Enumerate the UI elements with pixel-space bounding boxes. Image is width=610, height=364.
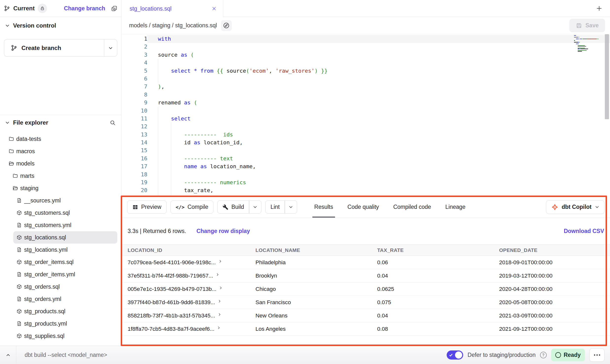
expand-row-chevron-icon[interactable] — [219, 286, 223, 290]
file-tree-item-stg_order_items.sql[interactable]: stg_order_items.sql — [13, 256, 117, 268]
file-label: stg_customers.sql — [24, 210, 70, 216]
tab-compiled-code[interactable]: Compiled code — [393, 196, 431, 218]
new-tab-plus-icon[interactable] — [596, 5, 603, 12]
code-line-5[interactable]: 5 select * from {{ source('ecom', 'raw_s… — [122, 67, 610, 75]
build-button[interactable]: Build — [217, 200, 261, 214]
code-text — [147, 91, 610, 99]
code-line-3[interactable]: 3source as ( — [122, 51, 610, 59]
download-csv-link[interactable]: Download CSV — [564, 228, 604, 234]
file-tree-item-stg_customers.sql[interactable]: stg_customers.sql — [13, 207, 117, 219]
dbt-copilot-label: dbt Copilot — [562, 204, 592, 210]
more-options-button[interactable] — [589, 348, 605, 362]
version-control-header[interactable]: Version control — [0, 17, 121, 34]
code-text: ), — [147, 83, 610, 91]
tab-results[interactable]: Results — [314, 196, 333, 218]
expand-row-chevron-icon[interactable] — [217, 326, 221, 330]
code-line-19[interactable]: 19 ---------- numerics — [122, 179, 610, 186]
breadcrumb: models / staging / stg_locations.sql — [129, 22, 217, 29]
code-line-18[interactable]: 18 — [122, 171, 610, 179]
file-tree-item-stg_order_items.yml[interactable]: stg_order_items.yml — [13, 268, 117, 281]
code-line-15[interactable]: 15 — [122, 147, 610, 154]
file-tree-item-stg_orders.yml[interactable]: stg_orders.yml — [13, 293, 117, 305]
help-icon[interactable]: ? — [540, 352, 547, 358]
code-line-16[interactable]: 16 ---------- text — [122, 155, 610, 163]
code-line-4[interactable]: 4 — [122, 59, 610, 67]
build-dropdown-chevron-icon[interactable] — [249, 201, 261, 213]
query-summary: 3.3s | Returned 6 rows. — [128, 228, 186, 234]
line-number: 11 — [122, 115, 147, 123]
collapse-chevron-up-icon[interactable] — [0, 346, 16, 364]
cell-location-id: 1f8ffa70-7cb5-4d83-8a7f-9aceef6... — [122, 326, 250, 332]
expand-row-chevron-icon[interactable] — [218, 299, 221, 303]
lineage-compass-icon[interactable] — [221, 20, 232, 31]
code-line-9[interactable]: 9renamed as ( — [122, 99, 610, 107]
lint-dropdown-chevron-icon[interactable] — [285, 201, 297, 213]
file-label: stg_products.yml — [24, 320, 67, 327]
ready-label: Ready — [564, 352, 581, 358]
tab-code-quality[interactable]: Code quality — [347, 196, 379, 218]
file-tree-item-stg_products.sql[interactable]: stg_products.sql — [13, 305, 117, 317]
folder-icon — [9, 136, 14, 142]
code-line-11[interactable]: 11 select — [122, 115, 610, 123]
minimap[interactable] — [574, 35, 603, 52]
file-label: stg_products.sql — [24, 308, 65, 315]
file-tree-item-stg_locations.sql[interactable]: stg_locations.sql — [13, 231, 117, 244]
close-icon[interactable] — [212, 6, 217, 11]
tab-lineage[interactable]: Lineage — [445, 196, 466, 218]
change-row-display-link[interactable]: Change row display — [196, 228, 250, 234]
dbt-copilot-button[interactable]: dbt Copilot — [546, 200, 605, 214]
file-tree-item-stg_customers.yml[interactable]: stg_customers.yml — [13, 219, 117, 231]
save-button[interactable]: Save — [569, 19, 605, 32]
code-line-20[interactable]: 20 tax_rate, — [122, 186, 610, 194]
file-tree-item-macros[interactable]: macros — [5, 145, 117, 157]
code-text: source as ( — [147, 51, 610, 59]
file-tree-item-models[interactable]: models — [5, 157, 117, 170]
copy-icon[interactable] — [111, 5, 117, 12]
code-line-17[interactable]: 17 name as location_name, — [122, 163, 610, 170]
file-tree-item-stg_products.yml[interactable]: stg_products.yml — [13, 317, 117, 330]
code-text: tax_rate, — [147, 186, 610, 194]
results-table-body: 7c079cea-5ed4-4101-906e-9198c...Philadel… — [122, 256, 610, 336]
line-number: 15 — [122, 147, 147, 154]
file-label: __sources.yml — [24, 197, 61, 204]
file-tree-item-data-tests[interactable]: data-tests — [5, 133, 117, 145]
cell-tax-rate: 0.0625 — [371, 286, 493, 292]
preview-button[interactable]: Preview — [127, 200, 167, 214]
editor-scrollbar[interactable] — [605, 34, 609, 119]
expand-row-chevron-icon[interactable] — [216, 273, 220, 277]
code-line-2[interactable]: 2 — [122, 43, 610, 51]
code-text — [147, 75, 610, 83]
file-tree-item-__sources.yml[interactable]: __sources.yml — [13, 194, 117, 207]
code-line-21[interactable]: 21 — [122, 195, 610, 196]
file-tree-item-stg_orders.sql[interactable]: stg_orders.sql — [13, 281, 117, 293]
code-line-13[interactable]: 13 ---------- ids — [122, 131, 610, 139]
tab-title: stg_locations.sql — [130, 5, 171, 12]
expand-row-chevron-icon[interactable] — [218, 259, 222, 263]
search-icon[interactable] — [110, 120, 116, 126]
ready-status-badge[interactable]: Ready — [551, 349, 585, 361]
code-line-1[interactable]: 1with — [122, 35, 610, 43]
change-branch-link[interactable]: Change branch — [64, 5, 105, 12]
current-branch-label: Current — [13, 5, 35, 12]
file-explorer-header[interactable]: File explorer — [0, 115, 121, 130]
create-branch-button[interactable]: Create branch — [4, 39, 117, 57]
file-tree-item-marts[interactable]: marts — [9, 170, 117, 182]
expand-row-chevron-icon[interactable] — [218, 313, 221, 316]
defer-toggle[interactable] — [447, 350, 463, 360]
code-line-8[interactable]: 8 — [122, 91, 610, 99]
code-line-14[interactable]: 14 id as location_id, — [122, 139, 610, 147]
line-number: 4 — [122, 59, 147, 67]
file-tree-item-stg_supplies.sql[interactable]: stg_supplies.sql — [13, 330, 117, 342]
compile-button[interactable]: </> Compile — [170, 200, 214, 214]
lint-button[interactable]: Lint — [265, 200, 297, 214]
command-input[interactable]: dbt build --select <model_name> — [25, 352, 107, 358]
create-branch-dropdown[interactable] — [104, 39, 117, 56]
code-editor[interactable]: 1with23source as (45 select * from {{ so… — [122, 34, 610, 196]
tab-stg-locations-sql[interactable]: stg_locations.sql — [122, 0, 223, 17]
file-tree-item-staging[interactable]: staging — [9, 182, 117, 194]
code-line-6[interactable]: 6 — [122, 75, 610, 83]
file-tree-item-stg_locations.yml[interactable]: stg_locations.yml — [13, 244, 117, 256]
code-line-12[interactable]: 12 — [122, 123, 610, 131]
code-line-7[interactable]: 7), — [122, 83, 610, 91]
code-line-10[interactable]: 10 — [122, 107, 610, 115]
